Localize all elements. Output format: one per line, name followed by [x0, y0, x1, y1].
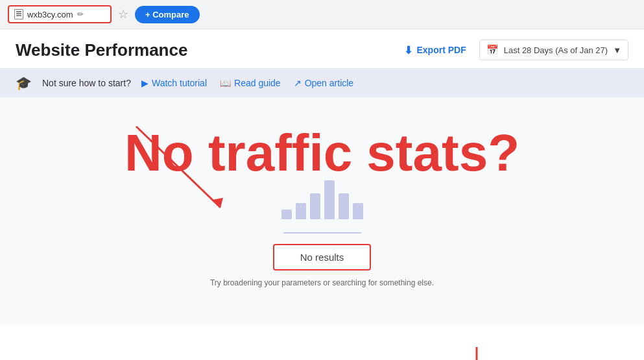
date-range-button[interactable]: 📅 Last 28 Days (As of Jan 27) ▼ — [479, 40, 628, 60]
graduation-icon: 🎓 — [16, 75, 32, 91]
open-article-label: Open article — [305, 78, 353, 88]
bar-6 — [353, 203, 363, 219]
no-results-box: No results — [273, 244, 372, 270]
browser-bar: wxb3cy.com ✏ ☆ + Compare — [0, 0, 644, 29]
chevron-down-icon: ▼ — [613, 45, 621, 55]
favorite-icon[interactable]: ☆ — [118, 7, 128, 21]
page-header: Website Performance ⬇ Export PDF 📅 Last … — [0, 29, 644, 69]
external-link-icon: ↗ — [294, 78, 302, 88]
no-results-hint: Try broadening your parameters or search… — [210, 278, 434, 287]
address-text: wxb3cy.com — [27, 10, 73, 19]
export-label: Export PDF — [416, 45, 466, 55]
bar-5 — [339, 193, 349, 219]
address-bar[interactable]: wxb3cy.com ✏ — [8, 5, 112, 23]
export-icon: ⬇ — [404, 44, 412, 56]
open-article-link[interactable]: ↗ Open article — [294, 78, 353, 88]
chart-baseline — [283, 232, 361, 234]
bar-3 — [310, 193, 320, 219]
export-pdf-button[interactable]: ⬇ Export PDF — [404, 44, 466, 56]
content-body: No traffic stats? No results Try broaden… — [0, 97, 644, 324]
empty-state: No results Try broadening your parameter… — [210, 174, 434, 287]
header-actions: ⬇ Export PDF 📅 Last 28 Days (As of Jan 2… — [404, 40, 628, 60]
read-guide-label: Read guide — [234, 78, 281, 88]
calendar-icon: 📅 — [486, 44, 499, 56]
no-results-label: No results — [300, 252, 344, 263]
info-bar-links: ▶ Watch tutorial 📖 Read guide ↗ Open art… — [141, 78, 353, 88]
info-bar-text: Not sure how to start? — [42, 78, 131, 88]
edit-icon[interactable]: ✏ — [77, 10, 84, 19]
page-title: Website Performance — [16, 40, 187, 60]
page-icon — [14, 9, 23, 19]
book-icon: 📖 — [220, 78, 231, 88]
play-icon: ▶ — [141, 78, 149, 88]
bar-2 — [296, 203, 306, 219]
watch-tutorial-label: Watch tutorial — [152, 78, 207, 88]
read-guide-link[interactable]: 📖 Read guide — [220, 78, 281, 88]
watch-tutorial-link[interactable]: ▶ Watch tutorial — [141, 78, 207, 88]
bar-4 — [324, 180, 335, 219]
info-bar: 🎓 Not sure how to start? ▶ Watch tutoria… — [0, 69, 644, 97]
compare-button[interactable]: + Compare — [135, 6, 200, 23]
date-range-text: Last 28 Days (As of Jan 27) — [504, 45, 608, 55]
no-traffic-annotation: No traffic stats? — [125, 123, 519, 183]
bar-1 — [281, 210, 292, 219]
